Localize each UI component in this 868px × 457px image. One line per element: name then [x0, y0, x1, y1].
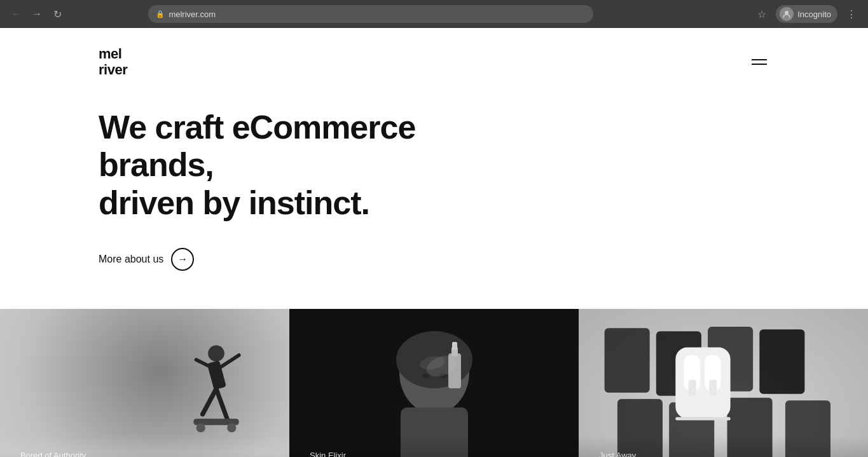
card-3-overlay: Just Away The cleaning Kit for AirPods [579, 435, 868, 457]
url-text: melriver.com [169, 10, 216, 19]
hamburger-line-2 [752, 64, 767, 65]
forward-button[interactable]: → [28, 5, 46, 23]
browser-chrome: ← → ↻ 🔒 melriver.com ☆ Incognito ⋮ [0, 0, 868, 28]
address-bar[interactable]: 🔒 melriver.com [148, 5, 593, 23]
svg-rect-27 [452, 342, 457, 350]
svg-line-3 [203, 389, 216, 414]
more-about-text: More about us [99, 254, 163, 265]
svg-point-9 [227, 423, 236, 432]
hamburger-button[interactable] [749, 57, 769, 67]
card-3-subtitle: Just Away [599, 451, 848, 457]
site-header: mel river [0, 28, 868, 96]
card-just-away[interactable]: Just Away The cleaning Kit for AirPods → [579, 309, 868, 457]
reload-button[interactable]: ↻ [48, 5, 66, 23]
incognito-button[interactable]: Incognito [776, 5, 837, 23]
svg-point-1 [208, 345, 224, 362]
svg-rect-38 [675, 348, 730, 419]
svg-rect-30 [605, 328, 650, 393]
svg-rect-43 [675, 417, 730, 420]
menu-button[interactable]: ⋮ [843, 5, 860, 23]
browser-nav-buttons: ← → ↻ [8, 5, 66, 23]
svg-rect-41 [689, 379, 696, 395]
card-1-subtitle: Bored of Authority [20, 451, 269, 457]
card-1-overlay: Bored of Authority Speaks to your indivi… [0, 435, 289, 457]
website: mel river We craft eCommerce brands, dri… [0, 28, 868, 457]
incognito-label: Incognito [797, 10, 831, 19]
card-bored-of-authority[interactable]: Bored of Authority Speaks to your indivi… [0, 309, 289, 457]
svg-point-8 [196, 423, 205, 432]
site-logo[interactable]: mel river [99, 46, 127, 78]
browser-right-controls: ☆ Incognito ⋮ [753, 5, 860, 23]
bookmark-button[interactable]: ☆ [753, 5, 771, 23]
incognito-icon [780, 7, 794, 21]
lock-icon: 🔒 [156, 10, 165, 18]
svg-rect-42 [709, 379, 717, 395]
card-2-subtitle: Skin Elixir [310, 451, 558, 457]
svg-rect-33 [759, 329, 804, 394]
cta-arrow-circle: → [171, 248, 194, 271]
cards-section: Bored of Authority Speaks to your indivi… [0, 309, 868, 457]
svg-point-0 [785, 11, 789, 15]
svg-line-4 [216, 389, 227, 419]
hero-section: We craft eCommerce brands, driven by ins… [0, 96, 868, 309]
hamburger-line-1 [752, 59, 767, 60]
hero-title: We craft eCommerce brands, driven by ins… [99, 109, 480, 222]
card-skin-elixir[interactable]: Skin Elixir The innovative anti-aging se… [289, 309, 579, 457]
more-about-link[interactable]: More about us → [99, 248, 194, 271]
card-2-overlay: Skin Elixir The innovative anti-aging se… [289, 435, 579, 457]
back-button[interactable]: ← [8, 5, 25, 23]
